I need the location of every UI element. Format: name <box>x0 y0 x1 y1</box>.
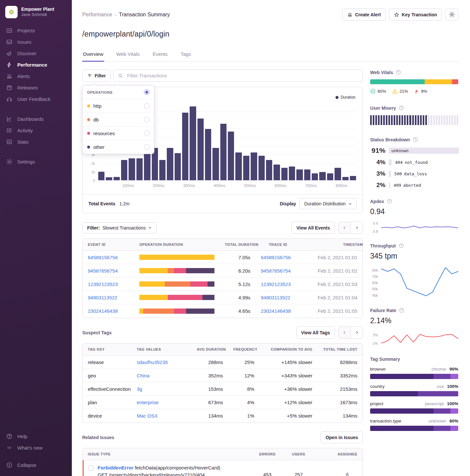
question-icon[interactable] <box>413 137 418 142</box>
sidebar-item-projects[interactable]: Projects <box>0 25 72 36</box>
histogram-bar[interactable] <box>335 168 341 181</box>
tag-value-link[interactable]: sdaufhu35235 <box>132 357 192 368</box>
event-id-link[interactable]: 94587656754 <box>83 265 134 276</box>
histogram-bar[interactable] <box>296 169 303 181</box>
histogram-bar[interactable] <box>205 129 211 181</box>
histogram-bar[interactable] <box>327 173 333 181</box>
operation-option-http[interactable]: http <box>83 99 154 113</box>
db-radio[interactable] <box>144 117 149 122</box>
prev-page-button[interactable] <box>338 222 351 233</box>
question-icon[interactable] <box>399 105 404 111</box>
histogram-bar[interactable] <box>304 169 310 181</box>
search-input[interactable] <box>126 72 358 79</box>
org-switcher[interactable]: Empower Plant Jane Schmidt <box>0 5 72 25</box>
histogram-bar[interactable] <box>319 172 325 181</box>
histogram-bar[interactable] <box>251 152 257 181</box>
histogram-bar[interactable] <box>182 113 188 181</box>
tab-tags[interactable]: Tags <box>180 51 192 62</box>
issue-checkbox[interactable] <box>88 465 94 470</box>
histogram-bar[interactable] <box>258 156 265 181</box>
operation-option-other[interactable]: other <box>83 140 154 154</box>
question-icon[interactable] <box>387 198 392 204</box>
trace-id-link[interactable]: 94803113522 <box>256 292 305 303</box>
histogram-bar[interactable] <box>136 158 143 181</box>
assignee-button[interactable] <box>314 469 363 476</box>
sidebar-item-user-feedback[interactable]: User Feedback <box>0 93 72 105</box>
histogram-bar[interactable] <box>197 119 204 181</box>
sidebar-item-settings[interactable]: Settings <box>0 156 72 167</box>
chart-legend[interactable]: Duration <box>336 95 355 100</box>
sidebar-item-dashboards[interactable]: Dashboards <box>0 113 72 125</box>
operations-all-radio[interactable] <box>144 89 149 95</box>
histogram-bar[interactable] <box>220 124 227 181</box>
open-in-issues-button[interactable]: Open in Issues <box>321 431 363 443</box>
breadcrumb-performance[interactable]: Performance <box>82 12 112 18</box>
histogram-bar[interactable] <box>98 172 104 181</box>
histogram-bar[interactable] <box>312 173 318 181</box>
sidebar-item-performance[interactable]: Performance <box>0 59 72 71</box>
operation-option-db[interactable]: db <box>83 113 154 126</box>
histogram-bar[interactable] <box>190 106 196 181</box>
filter-button[interactable]: Filter <box>82 70 111 82</box>
frequency: 1% <box>228 410 259 421</box>
histogram-bar[interactable] <box>350 176 356 181</box>
sidebar-item-collapse[interactable]: Collapse <box>0 459 72 471</box>
question-icon[interactable] <box>399 243 404 248</box>
histogram-bar[interactable] <box>159 160 165 181</box>
sidebar-item-releases[interactable]: Releases <box>0 82 72 93</box>
issue-type-link[interactable]: ForbiddenError <box>98 465 133 470</box>
key-transaction-button[interactable]: Key Transaction <box>389 8 442 21</box>
tab-web-vitals[interactable]: Web Vitals <box>116 51 140 62</box>
tab-overview[interactable]: Overview <box>82 51 104 62</box>
histogram-bar[interactable] <box>289 167 295 181</box>
events-filter-select[interactable]: Filter: Slowest Transactions <box>82 222 157 233</box>
display-select[interactable]: Duration Distribution <box>299 198 357 209</box>
next-page-button[interactable] <box>351 327 363 338</box>
histogram-bar[interactable] <box>167 148 173 181</box>
trace-id-link[interactable]: 23024146438 <box>256 306 305 316</box>
event-id-link[interactable]: 12392123523 <box>83 279 134 290</box>
view-all-tags-button[interactable]: View All Tags <box>296 326 335 339</box>
histogram-bar[interactable] <box>266 160 272 181</box>
histogram-bar[interactable] <box>121 160 127 181</box>
operations-dropdown-header[interactable]: OPERATIONS <box>83 86 154 99</box>
tag-value-link[interactable]: Mac OSX <box>132 410 192 421</box>
question-icon[interactable] <box>396 70 401 75</box>
sidebar-item-help[interactable]: Help <box>0 431 72 442</box>
histogram-bar[interactable] <box>281 168 288 181</box>
next-page-button[interactable] <box>351 222 363 233</box>
prev-page-button[interactable] <box>338 327 351 338</box>
histogram-bar[interactable] <box>175 153 181 181</box>
tag-value-link[interactable]: China <box>132 370 192 381</box>
histogram-bar[interactable] <box>144 154 150 181</box>
trace-id-link[interactable]: 12392123523 <box>256 279 305 290</box>
histogram-bar[interactable] <box>212 148 219 181</box>
sidebar-item-issues[interactable]: Issues <box>0 36 72 48</box>
sidebar-item-activity[interactable]: Activity <box>0 125 72 136</box>
settings-button[interactable] <box>445 8 458 21</box>
other-radio[interactable] <box>144 144 149 150</box>
tag-value-link[interactable]: 3g <box>132 384 192 394</box>
histogram-bar[interactable] <box>228 132 234 181</box>
question-icon[interactable] <box>399 308 404 313</box>
sidebar-item-alerts[interactable]: Alerts <box>0 71 72 82</box>
resources-radio[interactable] <box>144 131 149 136</box>
tab-events[interactable]: Events <box>152 51 168 62</box>
histogram-bar[interactable] <box>129 158 135 181</box>
sidebar-item-stats[interactable]: Stats <box>0 136 72 148</box>
sidebar-item-discover[interactable]: Discover <box>0 48 72 59</box>
event-id-link[interactable]: 94803113522 <box>83 292 134 303</box>
trace-id-link[interactable]: 64589156756 <box>256 252 305 263</box>
trace-id-link[interactable]: 94587656754 <box>256 265 305 276</box>
http-radio[interactable] <box>144 103 149 109</box>
operation-option-resources[interactable]: resources <box>83 126 154 140</box>
sidebar-item-whats-new[interactable]: What's new <box>0 442 72 453</box>
create-alert-button[interactable]: Create Alert <box>342 8 386 21</box>
event-id-link[interactable]: 64589156756 <box>83 252 134 263</box>
event-id-link[interactable]: 23024146438 <box>83 306 134 316</box>
histogram-bar[interactable] <box>274 165 280 181</box>
histogram-bar[interactable] <box>235 152 242 181</box>
histogram-bar[interactable] <box>243 156 249 181</box>
tag-value-link[interactable]: enterprise <box>132 397 192 408</box>
view-all-events-button[interactable]: View All Events <box>291 222 335 234</box>
